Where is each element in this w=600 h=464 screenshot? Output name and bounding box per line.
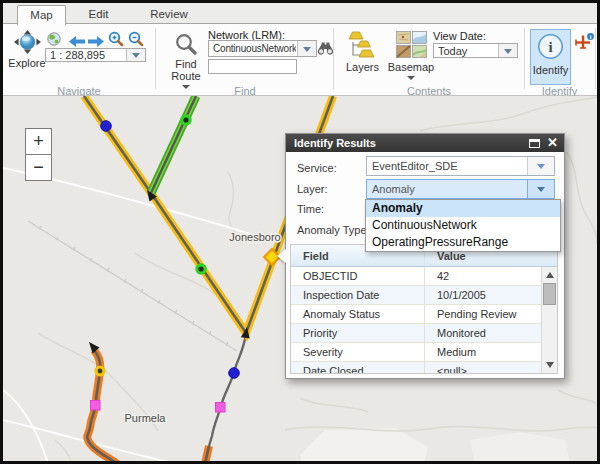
scroll-down-icon[interactable] [546,362,554,368]
dialog-body: Service: EventEditor_SDE Layer: Anomaly … [286,152,564,378]
group-separator [524,28,525,89]
ribbon-tabbar: Map Edit Review [3,3,597,24]
table-row[interactable]: Anomaly Status Pending Review [291,305,557,324]
pink-point-marker[interactable] [91,401,101,411]
maximize-icon[interactable] [529,139,540,148]
cell-field: Anomaly Status [291,305,424,323]
dialog-callout-pointer [277,249,286,263]
network-value: ContinuousNetwork [213,41,296,56]
find-route-label-1: Find [175,58,196,70]
cell-field: OBJECTID [291,267,424,285]
close-icon[interactable]: ✕ [547,134,558,152]
zoom-in-button[interactable]: + [25,128,52,155]
dropdown-option-anomaly[interactable]: Anomaly [366,200,560,217]
chevron-down-icon [504,49,512,54]
scale-value: 1 : 288,895 [50,49,125,61]
tab-review[interactable]: Review [131,5,207,24]
table-row[interactable]: Inspection Date 10/1/2005 [291,286,557,305]
yellow-point-marker[interactable] [96,367,104,375]
table-scrollbar[interactable] [541,267,557,373]
layers-label: Layers [346,61,379,73]
view-date-value: Today [438,44,497,57]
find-route-input[interactable] [208,59,297,74]
pan-sphere-icon [14,40,41,57]
dropdown-option-operatingpressurerange[interactable]: OperatingPressureRange [366,234,560,251]
app-window: Map Edit Review Explore [0,0,600,464]
layers-button[interactable]: Layers [340,31,385,73]
layer-label: Layer: [297,183,328,195]
cell-field: Date Closed [291,362,424,374]
explore-label: Explore [3,57,51,69]
green-point-marker[interactable] [197,265,205,273]
chevron-down-icon [537,164,545,169]
blue-point-marker[interactable] [101,121,112,132]
ribbon: Explore [3,24,597,96]
dialog-title: Identify Results [294,137,376,149]
view-date-combobox[interactable]: Today [433,43,518,58]
pink-point-marker[interactable] [216,403,226,413]
map-label-jonesboro: Jonesboro [229,231,280,243]
group-separator [155,28,156,89]
layer-combobox[interactable]: Anomaly [366,179,555,199]
network-combobox[interactable]: ContinuousNetwork [208,40,317,57]
map-canvas[interactable]: Jonesboro Purmela + − Identify Results ✕… [3,96,597,461]
scroll-up-icon[interactable] [546,272,554,278]
network-dropdown-button[interactable] [297,41,316,56]
table-row[interactable]: OBJECTID 42 [291,267,557,286]
blue-point-marker[interactable] [229,368,240,379]
cell-field: Priority [291,324,424,342]
scale-dropdown-button[interactable] [126,49,145,61]
scrollbar-thumb[interactable] [543,283,556,305]
find-route-label-2: Route [171,70,200,82]
cell-field: Severity [291,343,424,361]
chevron-down-icon [407,76,415,80]
cell-value: Medium [424,343,557,361]
map-label-purmela: Purmela [125,412,167,424]
service-combobox[interactable]: EventEditor_SDE [366,156,555,176]
zoom-out-button[interactable]: − [25,154,52,181]
basemap-button[interactable]: Basemap [386,31,436,80]
cell-value: 10/1/2005 [424,286,557,304]
tab-map[interactable]: Map [17,5,66,25]
layer-dropdown-button[interactable] [527,180,554,198]
view-date-label: View Date: [433,30,486,42]
cell-value: <null> [424,362,557,374]
service-label: Service: [297,162,337,174]
cell-value: Monitored [424,324,557,342]
identify-results-dialog: Identify Results ✕ Service: EventEditor_… [285,133,565,379]
table-row[interactable]: Priority Monitored [291,324,557,343]
scale-combobox[interactable]: 1 : 288,895 [45,48,146,62]
service-dropdown-button[interactable] [527,157,554,175]
layers-icon [347,31,378,61]
table-row[interactable]: Severity Medium [291,343,557,362]
chevron-down-icon [303,47,311,52]
cell-field: Inspection Date [291,286,424,304]
time-label: Time: [297,203,324,215]
cell-value: 42 [424,267,557,285]
cell-value: Pending Review [424,305,557,323]
basemap-icon [396,31,427,61]
green-point-marker[interactable] [182,116,190,124]
attribute-table: Field Value OBJECTID 42 Inspection Date … [290,244,558,374]
chevron-down-icon [537,187,545,192]
identify-route-icon[interactable]: i [575,33,597,53]
basemap-label: Basemap [388,61,434,73]
find-route-button[interactable]: Find Route [164,33,208,89]
tab-edit[interactable]: Edit [66,5,131,24]
layer-value: Anomaly [372,180,526,198]
info-circle-icon: i [537,33,564,62]
service-value: EventEditor_SDE [372,157,526,175]
dropdown-option-continuousnetwork[interactable]: ContinuousNetwork [366,217,560,234]
identify-button[interactable]: i Identify [530,29,571,85]
binoculars-icon[interactable] [317,41,334,59]
magnifier-icon [175,33,198,58]
chevron-down-icon [132,53,140,58]
explore-button[interactable]: Explore [3,30,51,69]
map-zoom-control: + − [25,128,52,181]
dialog-titlebar[interactable]: Identify Results ✕ [286,134,564,152]
view-date-dropdown-button[interactable] [498,44,517,57]
group-separator [595,28,596,89]
identify-label: Identify [533,64,568,76]
svg-text:i: i [548,39,552,55]
table-row[interactable]: Date Closed <null> [291,362,557,374]
